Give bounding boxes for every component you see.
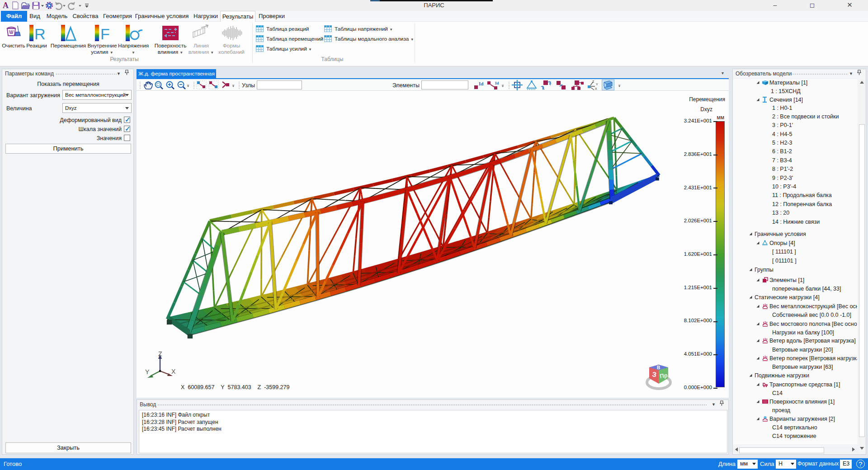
svg-text:Y: Y — [145, 368, 150, 376]
svg-text:Y: Y — [596, 83, 598, 86]
svg-text:Z: Z — [592, 80, 594, 83]
svg-text:F: F — [100, 25, 110, 42]
svg-text:Id: Id — [495, 81, 499, 85]
svg-text:X: X — [171, 368, 176, 375]
svg-text:Пр: Пр — [659, 372, 668, 380]
svg-text:В: В — [657, 365, 660, 370]
svg-text:X: X — [595, 87, 597, 90]
svg-text:Z: Z — [158, 351, 162, 357]
svg-text:Id: Id — [479, 81, 483, 86]
svg-text:A: A — [3, 1, 9, 10]
svg-text:R: R — [34, 25, 46, 42]
